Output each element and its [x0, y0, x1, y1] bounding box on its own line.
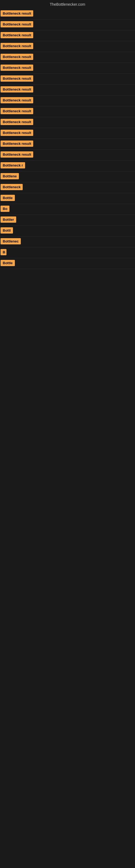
bottleneck-badge[interactable]: Bottleneck result — [1, 97, 33, 103]
result-row: B — [0, 247, 135, 258]
bottleneck-badge[interactable]: Bottlenec — [1, 238, 21, 244]
result-row: Bottleneck result — [0, 128, 135, 139]
bottleneck-badge[interactable]: Bottler — [1, 216, 16, 223]
bottleneck-badge[interactable]: Bottleneck result — [1, 130, 33, 136]
result-row: Bottleneck result — [0, 41, 135, 52]
result-row: Bottleneck result — [0, 85, 135, 95]
bottleneck-badge[interactable]: Bottleneck result — [1, 21, 33, 27]
bottleneck-badge[interactable]: Bottleneck result — [1, 119, 33, 125]
result-row: Bottleneck result — [0, 52, 135, 63]
result-row: Bottleneck r — [0, 161, 135, 172]
result-row: Bottlenec — [0, 237, 135, 247]
result-row: Bottleneck result — [0, 117, 135, 128]
result-row: Bo — [0, 204, 135, 215]
bottleneck-badge[interactable]: Bottleneck result — [1, 32, 33, 38]
result-row: Bottleneck result — [0, 30, 135, 41]
result-row: Bottler — [0, 215, 135, 226]
result-row: Bottl — [0, 226, 135, 237]
bottleneck-badge[interactable]: Bottle — [1, 260, 15, 266]
bottleneck-badge[interactable]: Bottleneck result — [1, 108, 33, 114]
bottleneck-badge[interactable]: Bottleneck r — [1, 162, 25, 168]
bottleneck-badge[interactable]: Bottleneck result — [1, 65, 33, 71]
result-row: Bottleneck — [0, 182, 135, 193]
bottleneck-badge[interactable]: Bo — [1, 206, 9, 212]
result-row: Bottleneck result — [0, 63, 135, 74]
site-title: TheBottlenecker.com — [50, 2, 85, 6]
result-row: Bottle — [0, 258, 135, 269]
result-row: Bottle — [0, 193, 135, 204]
result-row: Bottleneck result — [0, 139, 135, 150]
bottleneck-badge[interactable]: Bottleneck result — [1, 54, 33, 60]
bottleneck-badge[interactable]: B — [1, 249, 6, 255]
bottleneck-badge[interactable]: Bottlene — [1, 173, 19, 179]
result-row: Bottleneck result — [0, 150, 135, 161]
result-row: Bottleneck result — [0, 9, 135, 20]
bottleneck-badge[interactable]: Bottle — [1, 195, 15, 201]
bottleneck-badge[interactable]: Bottl — [1, 227, 13, 234]
bottleneck-badge[interactable]: Bottleneck result — [1, 151, 33, 158]
result-row: Bottleneck result — [0, 95, 135, 106]
bottleneck-badge[interactable]: Bottleneck result — [1, 75, 33, 82]
result-row: Bottleneck result — [0, 74, 135, 85]
bottleneck-badge[interactable]: Bottleneck result — [1, 86, 33, 93]
results-container: Bottleneck resultBottleneck resultBottle… — [0, 8, 135, 269]
bottleneck-badge[interactable]: Bottleneck result — [1, 43, 33, 49]
site-header: TheBottlenecker.com — [0, 0, 135, 8]
result-row: Bottleneck result — [0, 20, 135, 30]
result-row: Bottleneck result — [0, 106, 135, 117]
bottleneck-badge[interactable]: Bottleneck result — [1, 141, 33, 147]
result-row: Bottlene — [0, 172, 135, 182]
bottleneck-badge[interactable]: Bottleneck result — [1, 10, 33, 17]
bottleneck-badge[interactable]: Bottleneck — [1, 184, 23, 190]
